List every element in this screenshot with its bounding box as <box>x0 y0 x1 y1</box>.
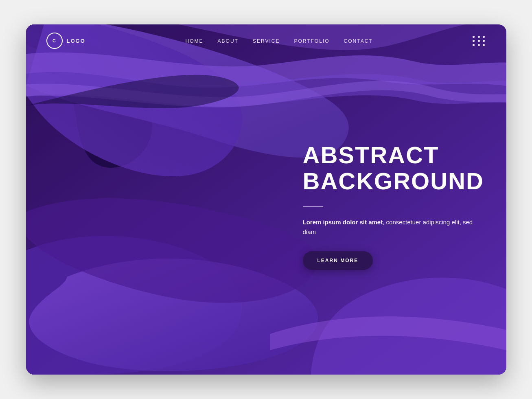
nav-link-home[interactable]: HOME <box>186 38 204 44</box>
navbar: C LOGO HOME ABOUT SERVICE PORTFOLIO CONT… <box>26 24 506 57</box>
dot-5 <box>478 40 480 42</box>
dot-2 <box>478 36 480 38</box>
nav-link-contact[interactable]: CONTACT <box>344 38 373 44</box>
nav-item-contact[interactable]: CONTACT <box>344 37 373 44</box>
dot-1 <box>473 36 475 38</box>
nav-link-about[interactable]: ABOUT <box>218 38 239 44</box>
dot-4 <box>473 40 475 42</box>
logo-text: LOGO <box>67 38 85 44</box>
logo-circle: C <box>46 33 63 49</box>
hero-title: ABSTRACT BACKGROUND <box>303 142 474 194</box>
grid-menu-icon[interactable] <box>473 36 486 46</box>
nav-item-service[interactable]: SERVICE <box>253 37 280 44</box>
landing-card: C LOGO HOME ABOUT SERVICE PORTFOLIO CONT… <box>26 24 506 375</box>
dot-6 <box>483 40 485 42</box>
hero-title-line2: BACKGROUND <box>303 168 484 194</box>
hero-description-bold: Lorem ipsum dolor sit amet <box>303 218 383 225</box>
logo-area: C LOGO <box>46 33 85 49</box>
dot-7 <box>473 44 475 46</box>
nav-item-about[interactable]: ABOUT <box>218 37 239 44</box>
hero-content: ABSTRACT BACKGROUND Lorem ipsum dolor si… <box>303 142 474 270</box>
dot-9 <box>483 44 485 46</box>
nav-link-service[interactable]: SERVICE <box>253 38 280 44</box>
hero-divider <box>303 206 323 207</box>
nav-links: HOME ABOUT SERVICE PORTFOLIO CONTACT <box>186 37 373 44</box>
nav-link-portfolio[interactable]: PORTFOLIO <box>294 38 329 44</box>
nav-item-home[interactable]: HOME <box>186 37 204 44</box>
learn-more-button[interactable]: LEARN MORE <box>303 251 373 270</box>
logo-icon-text: C <box>53 38 56 43</box>
nav-item-portfolio[interactable]: PORTFOLIO <box>294 37 329 44</box>
dot-8 <box>478 44 480 46</box>
hero-title-line1: ABSTRACT <box>303 142 439 168</box>
dot-3 <box>483 36 485 38</box>
hero-description: Lorem ipsum dolor sit amet, consectetuer… <box>303 217 474 237</box>
